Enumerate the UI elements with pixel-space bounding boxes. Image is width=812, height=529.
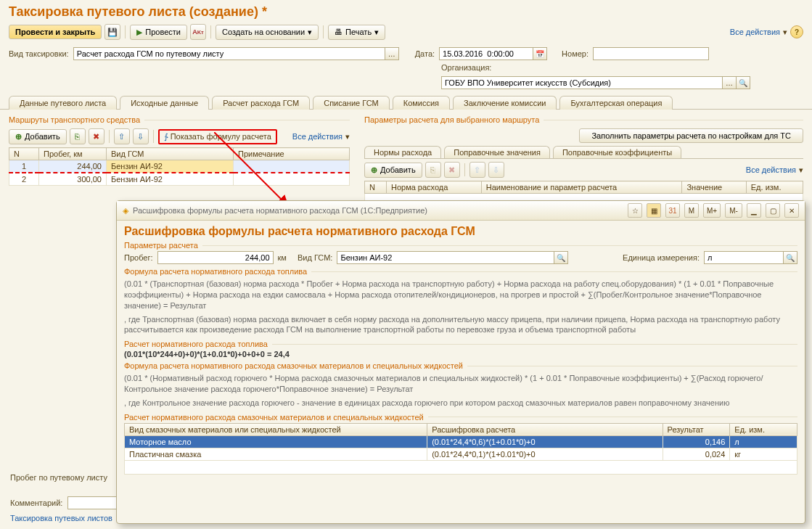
chevron-down-icon: ▾ [308,28,312,37]
fuel-formula-note: , где Транспортная (базовая) норма расхо… [124,313,797,337]
taks-type-input[interactable] [73,47,385,60]
table-row[interactable]: 1244,00Бензин АИ-92 [9,160,350,173]
org-label: Организация: [441,63,491,72]
tab-6[interactable]: Бухгалтерская операция [559,96,673,110]
col-header[interactable]: Вид смазочных материалов или специальных… [125,423,427,435]
copy-icon[interactable]: ⎘ [70,128,86,144]
plus-icon: ⊕ [15,132,22,142]
lubricants-table[interactable]: Вид смазочных материалов или специальных… [124,423,797,475]
sec-fuel-calc: Расчет нормативного расхода топлива [124,340,268,348]
sec-lub-formula: Формула расчета нормативного расхода сма… [124,361,463,370]
col-header[interactable]: N [365,181,387,194]
close-icon[interactable]: ✕ [784,203,799,218]
inner-tab-1[interactable]: Поправочные значения [444,146,550,158]
move-down-icon[interactable]: ⇩ [488,162,504,178]
tab-1[interactable]: Исходные данные [120,96,209,110]
table-row[interactable]: Пластичная смазка(0.01*24,4*0,1)*(1+0.01… [125,448,797,460]
popup-window-title: Расшифровка формулы расчета нормативного… [133,206,623,215]
move-up-icon[interactable]: ⇧ [469,162,485,178]
fuel-calc-value: (0.01*(10*244+0)+0)*(1+0.01*0)+0+0+0 = 2… [124,350,797,358]
search-icon[interactable]: 🔍 [737,76,750,89]
col-header[interactable]: Ед. изм. [730,423,797,435]
plus-icon: ⊕ [371,165,377,175]
p-unit-label: Единица измерения: [623,253,700,262]
maximize-icon[interactable]: ▢ [766,203,780,218]
col-header[interactable]: Норма расхода [386,181,481,194]
col-header[interactable]: Пробег, км [39,148,107,160]
col-header[interactable]: Примечание [234,148,350,160]
p-mileage-unit: км [278,253,287,262]
number-label: Номер: [562,49,589,58]
popup-title: Расшифровка формулы расчета нормативного… [124,225,797,238]
col-header[interactable]: Расшифровка расчета [427,423,663,435]
m-button[interactable]: M [684,203,699,218]
move-down-icon[interactable]: ⇩ [133,128,149,144]
norms-table[interactable]: NНорма расходаНаименование и параметр ра… [364,181,803,202]
main-tabs: Данные путевого листаИсходные данныеРасч… [0,91,812,110]
search-icon[interactable]: 🔍 [784,251,797,264]
calendar-icon[interactable]: 📅 [533,47,547,60]
post-button[interactable]: ▶ Провести [130,25,187,40]
all-actions-link[interactable]: Все действия [746,165,796,174]
sec-lub-calc: Расчет нормативного расхода смазочных ма… [124,413,424,422]
select-icon[interactable]: … [723,76,737,89]
kr-icon[interactable]: AKт [190,24,206,40]
post-and-close-button[interactable]: Провести и закрыть [9,25,102,39]
save-icon[interactable]: 💾 [104,24,120,40]
add-norm-button[interactable]: ⊕ Добавить [364,163,422,178]
table-row[interactable]: Моторное масло(0.01*24,4*0,6)*(1+0.01*0)… [125,435,797,448]
col-header[interactable]: N [9,148,39,160]
routes-table[interactable]: NПробег, кмВид ГСМПримечание 1244,00Бенз… [9,147,350,186]
minimize-icon[interactable]: ▁ [747,203,761,218]
move-up-icon[interactable]: ⇧ [114,128,130,144]
tab-0[interactable]: Данные путевого листа [9,96,117,110]
delete-icon[interactable]: ✖ [444,162,460,178]
formula-popup: ◈ Расшифровка формулы расчета нормативно… [116,200,805,524]
show-formula-button[interactable]: ∱ Показать формулу расчета [158,129,277,144]
create-based-on-button[interactable]: Создать на основании ▾ [216,25,319,40]
inner-tab-0[interactable]: Нормы расхода [364,146,441,158]
number-input[interactable] [593,47,709,60]
tab-2[interactable]: Расчет расхода ГСМ [212,96,310,110]
p-mileage-label: Пробег: [124,253,153,262]
all-actions-link[interactable]: Все действия [730,28,780,36]
taks-lists-link[interactable]: Таксировка путевых листов [10,514,112,522]
fill-params-button[interactable]: Заполнить параметры расчета по настройка… [579,128,803,143]
col-header[interactable]: Вид ГСМ [107,148,234,160]
tab-3[interactable]: Списание ГСМ [313,96,390,110]
chevron-down-icon: ▾ [783,28,787,37]
col-header[interactable]: Наименование и параметр расчета [481,181,682,194]
p-fuel-input[interactable] [337,251,554,264]
help-icon[interactable]: ? [790,25,803,38]
delete-icon[interactable]: ✖ [89,128,104,144]
all-actions-link[interactable]: Все действия [292,132,343,141]
table-row[interactable]: 2300,00Бензин АИ-92 [9,173,350,186]
col-header[interactable]: Результат [663,423,730,435]
fav-icon[interactable]: ☆ [628,203,642,218]
inner-tab-2[interactable]: Поправочные коэффициенты [553,146,681,158]
search-icon[interactable]: 🔍 [554,251,568,264]
grid-icon[interactable]: ▦ [647,203,661,218]
col-header[interactable]: Значение [682,181,746,194]
copy-icon[interactable]: ⎘ [425,162,441,178]
col-header[interactable]: Ед. изм. [746,181,803,194]
org-input[interactable] [441,76,723,89]
mileage-by-sheet-label: Пробег по путевому листу [10,473,107,482]
calendar-icon[interactable]: 31 [665,203,680,218]
m-plus-button[interactable]: M+ [703,203,721,218]
print-button[interactable]: 🖶 Печать ▾ [328,25,385,40]
p-unit-input[interactable] [704,251,784,264]
m-minus-button[interactable]: M- [725,203,742,218]
add-row-button[interactable]: ⊕ Добавить [9,129,67,144]
tab-5[interactable]: Заключение комиссии [453,96,557,110]
lub-formula-note: , где Контрольное значение расхода горюч… [124,396,797,410]
lub-formula-text: (0.01 * (Нормативный расход горючего * Н… [124,372,797,396]
routes-group-title: Маршруты транспортного средства [9,115,140,124]
tab-4[interactable]: Комиссия [393,96,450,110]
p-mileage-input[interactable] [157,251,274,264]
date-input[interactable] [439,47,533,60]
select-icon[interactable]: … [385,47,399,60]
p-fuel-label: Вид ГСМ: [298,253,332,262]
comment-input[interactable] [67,496,118,509]
post-icon: ▶ [136,28,142,37]
